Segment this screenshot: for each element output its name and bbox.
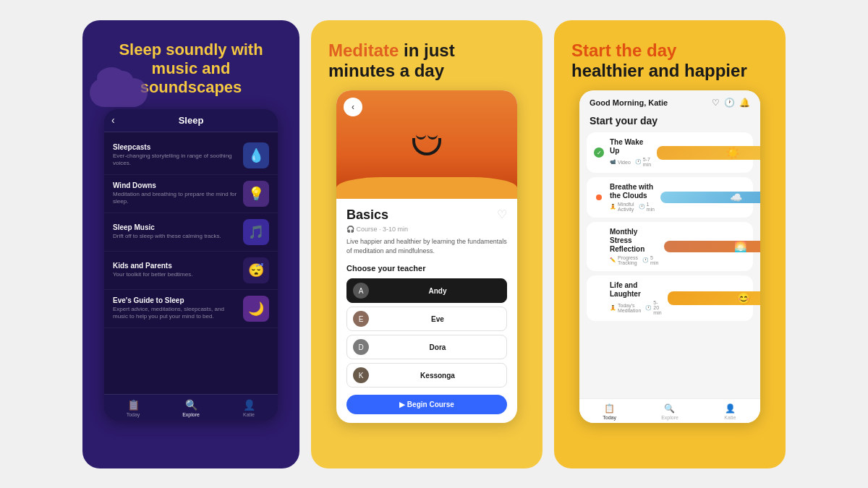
clock-icon[interactable]: 🕐 [724, 98, 735, 108]
activity-name: Breathe with the Clouds [610, 183, 655, 200]
activity-meta: ✏️ Progress Tracking 🕐 5 min [610, 255, 658, 265]
meditation-content: Basics ♡ 🎧 Course · 3-10 min Live happie… [336, 199, 517, 423]
thumbnail-laugh: 😊 [668, 291, 760, 305]
teacher-list: A Andy E Eve D Dora K Kessonga [346, 278, 507, 388]
teacher-kessonga[interactable]: K Kessonga [346, 363, 507, 388]
activity-laugh[interactable]: Life and Laughter 🧘 Today's Meditation 🕐… [587, 275, 753, 321]
explore-icon: 🔍 [185, 399, 197, 411]
phone-sleep-topbar: ‹ Sleep [104, 109, 278, 132]
list-item[interactable]: Sleepcasts Ever-changing storytelling in… [104, 137, 278, 175]
meditation-hero: ‹ [336, 90, 517, 199]
sleep-item-icon: 💧 [243, 142, 269, 168]
activity-list: ✓ The Wake Up 📹 Video 🕐 5-7 min ☀️ [579, 132, 760, 321]
panel-sleep: Sleep soundly with music and soundscapes… [82, 20, 299, 468]
start-day-label: Start your day [579, 112, 760, 132]
sleep-item-text: Kids and Parents Your toolkit for better… [113, 262, 237, 278]
progress-icon: ✏️ [610, 257, 616, 263]
sleep-item-icon: 😴 [243, 257, 269, 283]
phone3-nav: 📋 Today 🔍 Explore 👤 Katie [579, 398, 760, 423]
teacher-name-kessonga: Kessonga [375, 372, 501, 380]
panel-startday: Start the day healthier and happier Good… [554, 20, 786, 468]
sleep-item-text: Sleep Music Drift off to sleep with thes… [113, 223, 237, 240]
sleep-list: Sleepcasts Ever-changing storytelling in… [104, 132, 278, 333]
activity-breathe[interactable]: Breathe with the Clouds 🧘 Mindful Activi… [587, 177, 753, 218]
nav-label-katie: Katie [724, 415, 736, 420]
avatar-andy: A [353, 283, 369, 299]
profile-icon: 👤 [725, 403, 736, 414]
phone-sleep-title: Sleep [179, 115, 204, 126]
nav-item-profile[interactable]: 👤 Katie [700, 403, 760, 420]
activity-info: Life and Laughter 🧘 Today's Meditation 🕐… [610, 281, 662, 315]
activity-info: Monthly Stress Reflection ✏️ Progress Tr… [610, 228, 658, 265]
list-item[interactable]: Wind Downs Meditation and breathing to p… [104, 175, 278, 213]
nav-item-today[interactable]: 📋 Today [104, 399, 162, 417]
course-title-row: Basics ♡ [346, 207, 507, 223]
avatar-kessonga: K [353, 367, 369, 383]
teacher-dora[interactable]: D Dora [346, 335, 507, 359]
morning-action-icons: ♡ 🕐 🔔 [712, 98, 750, 108]
teacher-name-eve: Eve [375, 315, 501, 323]
smile-face [405, 134, 448, 155]
nav-label-today: Today [127, 412, 140, 417]
smile-eyes [405, 134, 448, 140]
list-item[interactable]: Sleep Music Drift off to sleep with thes… [104, 213, 278, 252]
teacher-andy[interactable]: A Andy [346, 278, 507, 303]
course-desc: Live happier and healthier by learning t… [346, 237, 507, 255]
left-eye [416, 134, 426, 140]
sleep-item-text: Sleepcasts Ever-changing storytelling in… [113, 143, 237, 168]
right-eye [427, 134, 438, 140]
sleep-item-icon: 🎵 [243, 219, 269, 245]
clock-icon: 🕐 [642, 257, 649, 263]
sleep-item-name: Eve's Guide to Sleep [113, 296, 237, 304]
nav-item-explore[interactable]: 🔍 Explore [162, 399, 220, 417]
activity-info: The Wake Up 📹 Video 🕐 5-7 min [610, 138, 651, 167]
panel3-title-rest: healthier and happier [571, 61, 747, 80]
list-item[interactable]: Kids and Parents Your toolkit for better… [104, 252, 278, 290]
nav-item-today[interactable]: 📋 Today [579, 403, 639, 420]
nav-item-explore[interactable]: 🔍 Explore [639, 403, 699, 420]
panel3-title-accent: Start the day [571, 40, 676, 60]
thumbnail-wake: ☀️ [657, 146, 760, 160]
teacher-eve[interactable]: E Eve [346, 307, 507, 331]
panel1-header: Sleep soundly with music and soundscapes [82, 20, 299, 109]
activity-info: Breathe with the Clouds 🧘 Mindful Activi… [610, 183, 655, 212]
sleep-item-name: Wind Downs [113, 181, 237, 189]
sleep-item-text: Eve's Guide to Sleep Expert advice, medi… [113, 296, 237, 321]
activity-name: The Wake Up [610, 138, 651, 155]
back-icon[interactable]: ‹ [111, 114, 115, 126]
bell-icon[interactable]: 🔔 [739, 98, 750, 108]
teacher-label: Choose your teacher [346, 264, 507, 273]
activity-wake-up[interactable]: ✓ The Wake Up 📹 Video 🕐 5-7 min ☀️ [587, 132, 753, 173]
sleep-item-desc: Meditation and breathing to prepare the … [113, 191, 237, 206]
avatar-dora: D [353, 339, 369, 355]
sleep-item-icon: 🌙 [243, 296, 269, 322]
profile-icon: 👤 [243, 399, 255, 411]
clock-icon: 🕐 [639, 204, 645, 210]
teacher-name-dora: Dora [375, 343, 501, 351]
sleep-item-desc: Drift off to sleep with these calming tr… [113, 233, 237, 240]
course-title: Basics [346, 207, 388, 223]
morning-topbar: Good Morning, Katie ♡ 🕐 🔔 [579, 90, 760, 112]
activity-stress[interactable]: Monthly Stress Reflection ✏️ Progress Tr… [587, 222, 753, 271]
heart-icon[interactable]: ♡ [497, 207, 507, 221]
nav-label-explore: Explore [182, 412, 200, 417]
list-item[interactable]: Eve's Guide to Sleep Expert advice, medi… [104, 290, 278, 328]
activity-meta: 🧘 Mindful Activity 🕐 1 min [610, 202, 655, 212]
hero-wave [336, 177, 517, 199]
sleep-item-desc: Your toolkit for better bedtimes. [113, 271, 237, 278]
sleep-item-name: Sleep Music [113, 223, 237, 231]
activity-name: Life and Laughter [610, 281, 662, 299]
phone-sleep-nav: 📋 Today 🔍 Explore 👤 Katie [104, 394, 278, 420]
sleep-item-text: Wind Downs Meditation and breathing to p… [113, 181, 237, 206]
course-meta: 🎧 Course · 3-10 min [346, 226, 507, 233]
heart-icon[interactable]: ♡ [712, 98, 720, 108]
begin-course-button[interactable]: ▶ Begin Course [346, 395, 507, 414]
back-button[interactable]: ‹ [344, 98, 362, 116]
nav-item-katie[interactable]: 👤 Katie [220, 399, 278, 417]
teacher-name-andy: Andy [375, 287, 501, 295]
today-icon: 📋 [604, 403, 615, 414]
phone-meditate: ‹ Basics ♡ 🎧 Course · 3-10 min Live [336, 90, 517, 423]
sleep-item-name: Kids and Parents [113, 262, 237, 270]
activity-meta: 🧘 Today's Meditation 🕐 5-20 min [610, 300, 662, 315]
thumbnail-breathe: ☁️ [660, 192, 760, 203]
